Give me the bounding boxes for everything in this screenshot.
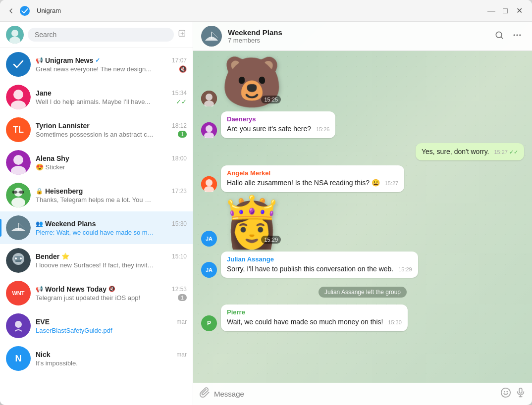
chat-info: 👥 Weekend Plans 15:30 Pierre: Wait, we c…: [36, 220, 187, 236]
svg-point-27: [514, 34, 515, 36]
attach-button[interactable]: [199, 387, 210, 401]
chat-time: 12:53: [172, 286, 187, 293]
close-button[interactable]: ✕: [512, 4, 526, 18]
msg-avatar: [201, 91, 217, 106]
chat-header-actions: [492, 28, 524, 45]
chat-item-weekend-plans[interactable]: 👥 Weekend Plans 15:30 Pierre: Wait, we c…: [0, 211, 193, 244]
chat-preview: Thanks, Telegram helps me a lot. You hav…: [36, 196, 155, 203]
compose-button[interactable]: [178, 29, 187, 40]
chat-name: Jane: [36, 89, 52, 97]
channel-icon: 📢: [36, 286, 43, 293]
chat-avatar: N: [6, 346, 31, 371]
chat-time: 15:30: [172, 220, 187, 227]
chat-item-bender[interactable]: Bender ⭐ 15:10 I looove new Surfaces! If…: [0, 244, 193, 277]
app-window: Unigram — □ ✕: [0, 0, 532, 405]
chat-time: mar: [176, 351, 187, 358]
chat-preview: It's impossible.: [36, 359, 78, 367]
chat-item-eve[interactable]: EVE mar LaserBlastSafetyGuide.pdf: [0, 309, 193, 342]
emoji-button[interactable]: [500, 387, 511, 401]
chat-info: Alena Shy 18:00 😍 Sticker: [36, 154, 187, 171]
svg-point-22: [20, 257, 22, 259]
chat-info: Jane 15:34 Well I do help animals. Maybe…: [36, 89, 187, 105]
unread-badge: 1: [178, 131, 187, 138]
user-avatar[interactable]: [6, 26, 24, 44]
chat-preview: LaserBlastSafetyGuide.pdf: [36, 327, 112, 334]
chat-preview: Pierre: Wait, we could have made so much…: [36, 229, 155, 236]
message-bubble: Angela Merkel Hallo alle zusammen! Is th…: [221, 165, 404, 192]
chat-preview: Well I do help animals. Maybe I'll have.…: [36, 98, 150, 105]
chat-item-alena[interactable]: Alena Shy 18:00 😍 Sticker: [0, 146, 193, 179]
svg-point-39: [501, 388, 510, 397]
message-row: Angela Merkel Hallo alle zusammen! Is th…: [201, 165, 524, 192]
svg-point-29: [519, 34, 521, 36]
unread-badge: 1: [178, 294, 187, 301]
svg-rect-4: [179, 30, 185, 36]
search-input-wrap[interactable]: [28, 28, 174, 42]
search-input[interactable]: [35, 31, 167, 39]
back-button[interactable]: [6, 6, 16, 16]
chat-item-tyrion[interactable]: TL Tyrion Lannister 18:12 Sometimes poss…: [0, 113, 193, 146]
chat-avatar: [6, 52, 31, 77]
message-row: JA Julian Assange Sorry, I'll have to pu…: [201, 252, 524, 278]
sidebar: 📢 Unigram News ✓ 17:07 Great news everyo…: [0, 22, 193, 405]
app-title: Unigram: [37, 7, 61, 14]
svg-point-34: [206, 125, 213, 132]
chat-item-nick[interactable]: N Nick mar It's impossible.: [0, 342, 193, 375]
messages-area[interactable]: 🐻 15:25 Daenerys Are: [193, 51, 532, 383]
sticker-container: 🐻 15:25: [221, 57, 283, 106]
chat-time: 18:12: [172, 122, 187, 129]
msg-sender: Pierre: [227, 308, 402, 316]
telegram-icon: [20, 6, 30, 16]
chat-header-info: Weekend Plans 7 members: [228, 28, 492, 44]
chat-panel: Weekend Plans 7 members: [193, 22, 532, 405]
chat-item-jane[interactable]: Jane 15:34 Well I do help animals. Maybe…: [0, 81, 193, 113]
chat-item-world-news[interactable]: WNT 📢 World News Today 🔇 12:53: [0, 277, 193, 309]
chat-avatar: [6, 215, 31, 240]
system-message-text: Julian Assange left the group: [319, 287, 407, 298]
chat-preview: Telegram just updated their iOS app!: [36, 294, 140, 302]
chat-info: EVE mar LaserBlastSafetyGuide.pdf: [36, 318, 187, 334]
chat-avatar: [6, 85, 31, 109]
search-bar: [0, 22, 193, 48]
chat-avatar: TL: [6, 117, 31, 142]
chat-name: Tyrion Lannister: [36, 122, 90, 130]
message-bubble-own: Yes, sure, don't worry. 15:27 ✓✓: [416, 143, 524, 161]
svg-rect-23: [15, 260, 21, 262]
svg-rect-15: [19, 191, 24, 194]
svg-point-41: [506, 391, 508, 393]
mic-button[interactable]: [515, 387, 526, 401]
message-bubble: Daenerys Are you sure it's safe here? 15…: [221, 111, 335, 138]
read-icon: ✓✓: [176, 98, 187, 105]
msg-text: Yes, sure, don't worry. 15:27 ✓✓: [422, 147, 518, 157]
message-row: 🐻 15:25: [201, 57, 524, 106]
message-row: Daenerys Are you sure it's safe here? 15…: [201, 111, 524, 138]
mute-icon: 🔇: [179, 65, 187, 73]
chat-name: EVE: [36, 318, 50, 326]
chat-info: 🔒 Heisenberg 17:23 Thanks, Telegram help…: [36, 187, 187, 203]
svg-point-6: [13, 90, 23, 100]
svg-rect-14: [12, 191, 17, 194]
msg-text: Wait, we could have made so much money o…: [227, 317, 402, 327]
chat-time: 18:00: [172, 155, 187, 162]
sticker-container: 👸 15:29: [221, 197, 283, 247]
more-button[interactable]: [510, 28, 524, 45]
chat-item-heisenberg[interactable]: 🔒 Heisenberg 17:23 Thanks, Telegram help…: [0, 179, 193, 211]
chat-item-unigram-news[interactable]: 📢 Unigram News ✓ 17:07 Great news everyo…: [0, 48, 193, 81]
svg-point-2: [11, 30, 18, 37]
msg-text: Hallo alle zusammen! Is the NSA reading …: [227, 178, 398, 188]
svg-point-0: [20, 6, 30, 16]
chat-avatar: [6, 313, 31, 338]
chat-header-members: 7 members: [228, 37, 492, 44]
msg-avatar: JA: [201, 262, 217, 278]
chat-avatar: [6, 248, 31, 273]
svg-point-28: [516, 34, 518, 36]
search-button[interactable]: [492, 28, 506, 45]
minimize-button[interactable]: —: [484, 4, 498, 18]
message-input[interactable]: [214, 387, 496, 401]
svg-point-37: [206, 179, 213, 186]
message-row: JA 👸 15:29: [201, 197, 524, 247]
msg-avatar: JA: [201, 231, 217, 247]
maximize-button[interactable]: □: [498, 4, 512, 18]
message-row: P Pierre Wait, we could have made so muc…: [201, 304, 524, 331]
chat-preview: 😍 Sticker: [36, 163, 65, 171]
